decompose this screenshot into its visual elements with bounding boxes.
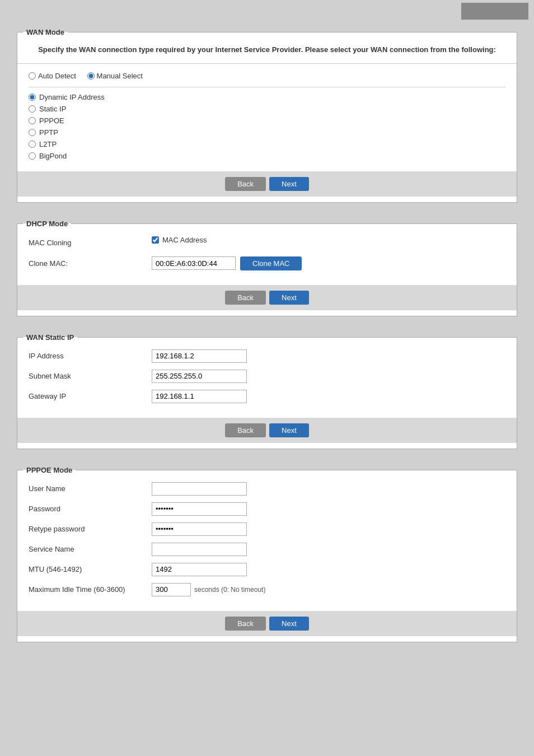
wan-mode-divider [29,87,505,87]
main-content: WAN Mode Specify the WAN connection type… [0,22,534,670]
retype-password-input[interactable] [152,522,247,536]
list-item: Dynamic IP Address [29,93,505,101]
wan-mode-back-button[interactable]: Back [225,177,266,191]
top-bar-block [461,3,528,20]
static-ip-radio[interactable] [29,105,36,113]
wan-mode-body: Auto Detect Manual Select Dynamic IP Add… [17,64,517,171]
dynamic-ip-radio[interactable] [29,94,36,101]
pppoe-mode-footer: Back Next [17,611,517,636]
service-name-row: Service Name [29,543,505,556]
auto-detect-text: Auto Detect [38,72,76,80]
static-ip-label: Static IP [39,105,66,113]
list-item: PPPOE [29,116,505,125]
dhcp-mode-panel: DHCP Mode MAC Cloning MAC Address Clone … [17,220,517,316]
pppoe-mode-panel: PPPOE Mode User Name Password Retype pas… [17,466,517,642]
pppoe-label: PPPOE [39,116,64,125]
clone-mac-label: Clone MAC: [29,259,152,268]
list-item: Static IP [29,105,505,113]
subnet-mask-input[interactable] [152,370,247,383]
mac-address-label: MAC Address [162,236,207,244]
mtu-input[interactable] [152,563,247,576]
max-idle-hint: seconds (0: No timeout) [194,586,265,594]
clone-mac-row: Clone MAC: Clone MAC [29,256,505,270]
wan-static-ip-legend: WAN Static IP [23,333,77,342]
subnet-mask-row: Subnet Mask [29,370,505,383]
user-name-row: User Name [29,482,505,496]
manual-select-radio[interactable] [87,72,95,80]
dhcp-mode-body: MAC Cloning MAC Address Clone MAC: Clone… [17,228,517,285]
list-item: PPTP [29,128,505,137]
clone-mac-button[interactable]: Clone MAC [240,256,302,270]
subnet-mask-label: Subnet Mask [29,372,152,380]
service-name-input[interactable] [152,543,247,556]
l2tp-radio[interactable] [29,141,36,148]
mtu-row: MTU (546-1492) [29,563,505,576]
retype-password-row: Retype password [29,522,505,536]
dhcp-mode-legend: DHCP Mode [23,220,71,228]
wan-static-ip-panel: WAN Static IP IP Address Subnet Mask Gat… [17,333,517,449]
mac-address-checkbox[interactable] [152,236,159,244]
manual-select-text: Manual Select [97,72,143,80]
password-input[interactable] [152,502,247,516]
bigpond-radio[interactable] [29,152,36,160]
wan-mode-footer: Back Next [17,171,517,197]
auto-detect-radio[interactable] [29,72,36,80]
pppoe-mode-legend: PPPOE Mode [23,466,76,474]
max-idle-label: Maximum Idle Time (60-3600) [29,585,152,594]
password-label: Password [29,505,152,513]
wan-mode-panel: WAN Mode Specify the WAN connection type… [17,28,517,203]
dhcp-next-button[interactable]: Next [269,291,309,305]
password-row: Password [29,502,505,516]
user-name-input[interactable] [152,482,247,496]
dhcp-mode-footer: Back Next [17,285,517,310]
max-idle-input[interactable] [152,583,191,596]
wan-static-next-button[interactable]: Next [269,423,309,437]
mac-address-checkbox-row: MAC Address [152,236,207,244]
page-wrapper: WAN Mode Specify the WAN connection type… [0,0,534,756]
pptp-label: PPTP [39,128,58,137]
pppoe-radio[interactable] [29,117,36,124]
ip-address-row: IP Address [29,349,505,363]
wan-mode-legend: WAN Mode [23,28,68,36]
l2tp-label: L2TP [39,140,57,148]
wan-static-back-button[interactable]: Back [225,423,266,437]
ip-address-label: IP Address [29,352,152,360]
wan-options-list: Dynamic IP Address Static IP PPPOE PPTP [29,93,505,160]
clone-mac-input[interactable] [152,256,236,270]
wan-mode-header: Specify the WAN connection type required… [17,36,517,64]
list-item: BigPond [29,152,505,160]
mac-cloning-row: MAC Cloning MAC Address [29,236,505,250]
wan-static-ip-body: IP Address Subnet Mask Gateway IP [17,342,517,418]
mtu-label: MTU (546-1492) [29,565,152,573]
max-idle-row: Maximum Idle Time (60-3600) seconds (0: … [29,583,505,596]
dhcp-back-button[interactable]: Back [225,291,266,305]
list-item: L2TP [29,140,505,148]
ip-address-input[interactable] [152,349,247,363]
pppoe-mode-body: User Name Password Retype password Servi… [17,474,517,611]
pppoe-next-button[interactable]: Next [269,617,309,631]
gateway-ip-input[interactable] [152,390,247,403]
retype-password-label: Retype password [29,525,152,533]
service-name-label: Service Name [29,545,152,553]
dynamic-ip-label: Dynamic IP Address [39,93,105,101]
top-bar [0,0,534,22]
pptp-radio[interactable] [29,129,36,136]
wan-static-ip-footer: Back Next [17,418,517,443]
bigpond-label: BigPond [39,152,67,160]
wan-mode-next-button[interactable]: Next [269,177,309,191]
gateway-ip-row: Gateway IP [29,390,505,403]
manual-select-label[interactable]: Manual Select [87,72,143,80]
clone-mac-input-row: Clone MAC [152,256,302,270]
user-name-label: User Name [29,484,152,493]
auto-detect-label[interactable]: Auto Detect [29,72,76,80]
mac-cloning-label: MAC Cloning [29,239,152,247]
gateway-ip-label: Gateway IP [29,392,152,400]
detect-mode-group: Auto Detect Manual Select [29,72,505,81]
pppoe-back-button[interactable]: Back [225,617,266,631]
